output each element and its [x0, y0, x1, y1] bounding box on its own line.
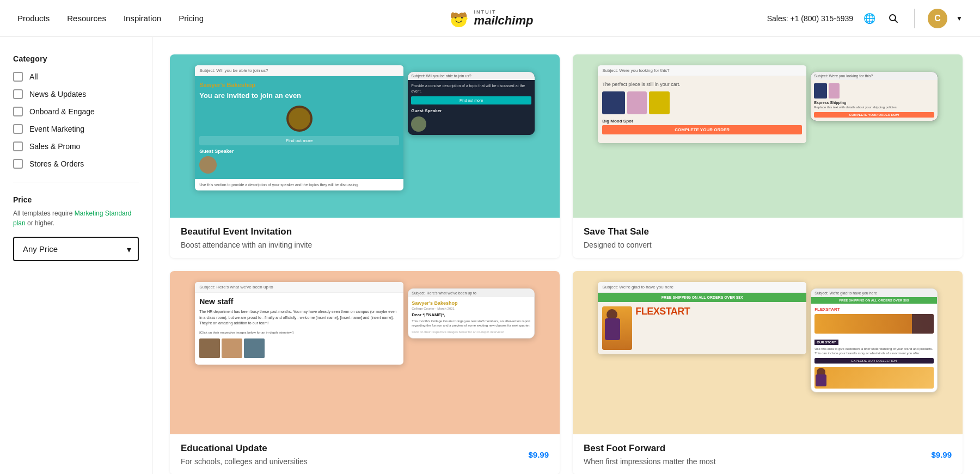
checkbox-all[interactable] — [13, 72, 23, 82]
email-preview-main: Subject: We're glad to have you here FRE… — [598, 282, 806, 354]
filter-all-label: All — [29, 72, 38, 81]
category-title: Category — [13, 54, 139, 63]
card-price: $9.99 — [931, 450, 952, 459]
card-educational-update[interactable]: Subject: Here's what we've been up to Ne… — [170, 271, 560, 474]
mailchimp-logo-icon — [447, 7, 471, 30]
filter-event-marketing-label: Event Marketing — [29, 125, 84, 133]
price-note: All templates require Marketing Standard… — [13, 208, 139, 228]
nav-left: Products Resources Inspiration Pricing — [17, 14, 204, 23]
nav-pricing[interactable]: Pricing — [179, 14, 204, 23]
sidebar: Category All News & Updates Onboard & En… — [0, 37, 152, 474]
header: Products Resources Inspiration Pricing I… — [0, 0, 980, 37]
card-beautiful-event-invitation[interactable]: Subject: Will you be able to join us? Sa… — [170, 54, 560, 258]
filter-event-marketing[interactable]: Event Marketing — [13, 124, 139, 134]
checkbox-news-updates[interactable] — [13, 89, 23, 99]
filter-all[interactable]: All — [13, 72, 139, 82]
checkbox-onboard-engage[interactable] — [13, 107, 23, 116]
cards-grid: Subject: Will you be able to join us? Sa… — [170, 54, 963, 474]
card-description: For schools, colleges and universities — [181, 457, 308, 466]
filter-onboard-engage[interactable]: Onboard & Engage — [13, 107, 139, 116]
card-title: Save That Sale — [584, 226, 952, 237]
phone-preview: Subject: Here's what we've been up to Sa… — [408, 288, 535, 338]
header-right: Sales: +1 (800) 315-5939 🌐 C ▼ — [767, 9, 963, 28]
email-preview-main: Subject: Here's what we've been up to Ne… — [195, 282, 403, 365]
filter-news-updates-label: News & Updates — [29, 90, 86, 99]
card-best-foot-forward[interactable]: Subject: We're glad to have you here FRE… — [573, 271, 963, 474]
card-info: Save That Sale Designed to convert — [573, 218, 963, 258]
card-description: Designed to convert — [584, 241, 952, 249]
filter-stores-orders[interactable]: Stores & Orders — [13, 159, 139, 169]
card-info: Best Foot Forward When first impressions… — [573, 434, 963, 474]
main-layout: Category All News & Updates Onboard & En… — [0, 37, 980, 474]
search-icon[interactable] — [886, 11, 901, 26]
phone-preview: Subject: We're glad to have you here FRE… — [811, 288, 938, 392]
card-price: $9.99 — [528, 450, 549, 459]
content-area: Subject: Will you be able to join us? Sa… — [152, 37, 980, 474]
logo[interactable]: Intuit mailchimp — [447, 7, 534, 30]
filter-sales-promo[interactable]: Sales & Promo — [13, 141, 139, 151]
sales-phone: Sales: +1 (800) 315-5939 — [767, 14, 853, 23]
checkbox-sales-promo[interactable] — [13, 141, 23, 151]
phone-preview: Subject: Were you looking for this? Expr… — [811, 72, 938, 121]
logo-wordmark: mailchimp — [474, 15, 534, 27]
nav-products[interactable]: Products — [17, 14, 50, 23]
svg-line-6 — [895, 20, 898, 22]
phone-preview: Subject: Will you be able to join us? Pr… — [408, 72, 535, 135]
price-title: Price — [13, 195, 139, 204]
price-select[interactable]: Any Price Free Paid — [13, 237, 139, 261]
language-icon[interactable]: 🌐 — [862, 11, 877, 26]
email-preview-main: Subject: Will you be able to join us? Sa… — [195, 65, 403, 190]
card-info: Beautiful Event Invitation Boost attenda… — [170, 218, 560, 258]
user-menu[interactable]: ▼ — [956, 15, 963, 22]
card-save-that-sale[interactable]: Subject: Were you looking for this? The … — [573, 54, 963, 258]
chevron-down-icon: ▼ — [956, 15, 963, 22]
card-info: Educational Update For schools, colleges… — [170, 434, 560, 474]
card-title: Educational Update — [181, 443, 308, 454]
card-description: Boost attendance with an inviting invite — [181, 241, 549, 249]
card-title: Beautiful Event Invitation — [181, 226, 549, 237]
header-divider — [914, 9, 915, 28]
svg-point-4 — [463, 17, 468, 20]
email-preview-main: Subject: Were you looking for this? The … — [598, 65, 806, 143]
price-select-wrapper: Any Price Free Paid ▾ — [13, 237, 139, 261]
nav-inspiration[interactable]: Inspiration — [124, 14, 161, 23]
filter-sales-promo-label: Sales & Promo — [29, 142, 80, 151]
checkbox-stores-orders[interactable] — [13, 159, 23, 169]
filter-news-updates[interactable]: News & Updates — [13, 89, 139, 99]
price-section: Price All templates require Marketing St… — [13, 195, 139, 261]
avatar[interactable]: C — [928, 9, 947, 28]
filter-stores-orders-label: Stores & Orders — [29, 159, 84, 168]
checkbox-event-marketing[interactable] — [13, 124, 23, 134]
filter-onboard-engage-label: Onboard & Engage — [29, 107, 95, 116]
nav-resources[interactable]: Resources — [67, 14, 106, 23]
sidebar-divider — [13, 182, 139, 182]
card-description: When first impressions matter the most — [584, 457, 716, 466]
card-title: Best Foot Forward — [584, 443, 716, 454]
